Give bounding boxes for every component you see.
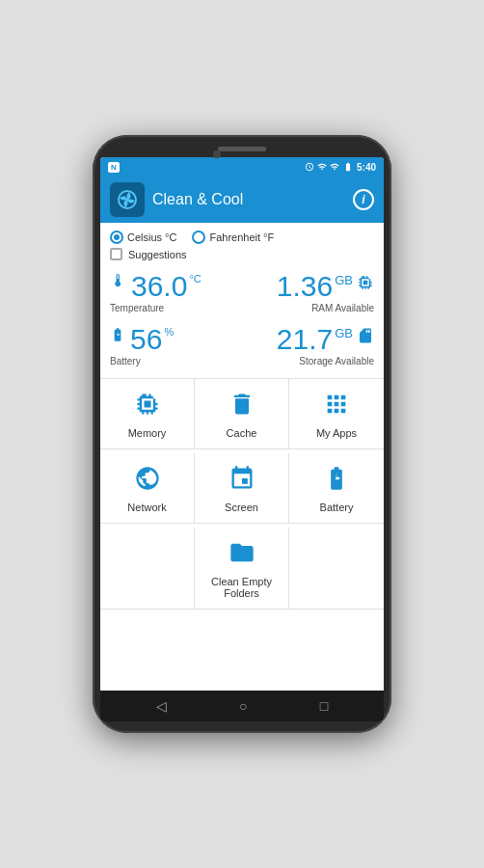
celsius-label: Celsius °C	[127, 231, 176, 243]
screen-feature[interactable]: Screen	[195, 453, 289, 524]
myapps-feature[interactable]: My Apps	[289, 379, 384, 449]
myapps-icon	[323, 391, 350, 421]
notification-icon: N	[108, 162, 120, 173]
app-bar: Clean & Cool i	[100, 176, 384, 223]
stats-grid: 🌡 36.0 °C Temperature 1.36 GB	[110, 268, 374, 370]
battery-feature[interactable]: Battery	[289, 453, 384, 524]
temperature-unit-row: Celsius °C Fahrenheit °F	[110, 231, 374, 244]
signal-icon	[330, 162, 339, 172]
battery-bolt-icon	[110, 325, 125, 344]
myapps-label: My Apps	[316, 427, 357, 439]
storage-label: Storage Available	[244, 356, 374, 366]
phone-screen: N 5:40	[100, 157, 384, 721]
status-bar: N 5:40	[100, 157, 384, 176]
battery-feature-label: Battery	[320, 502, 354, 513]
cache-icon	[229, 391, 255, 421]
suggestions-row[interactable]: Suggestions	[110, 248, 374, 260]
back-button[interactable]: ◁	[156, 698, 167, 714]
ram-stat: 1.36 GB RAM Available	[244, 268, 374, 317]
battery-stat: 56 % Battery	[110, 321, 240, 370]
celsius-option[interactable]: Celsius °C	[110, 231, 176, 244]
cache-label: Cache	[227, 427, 257, 439]
phone-frame: N 5:40	[93, 135, 391, 733]
feature-grid-row2: Network Screen	[100, 453, 384, 524]
suggestions-label: Suggestions	[128, 249, 187, 260]
wifi-icon	[317, 162, 327, 172]
network-icon	[134, 465, 161, 496]
feature-grid-row1: Memory Cache	[100, 378, 384, 449]
home-button[interactable]: ○	[239, 698, 247, 714]
cleanfolders-label: Clean Empty Folders	[201, 576, 282, 599]
storage-value: 21.7 GB	[244, 325, 374, 354]
memory-feature[interactable]: Memory	[100, 379, 195, 449]
network-feature[interactable]: Network	[100, 453, 195, 524]
suggestions-checkbox[interactable]	[110, 248, 122, 260]
feature-grid-row3: Clean Empty Folders	[100, 528, 384, 610]
status-time: 5:40	[357, 162, 376, 173]
temperature-stat: 🌡 36.0 °C Temperature	[110, 268, 240, 317]
battery-feature-icon	[323, 465, 350, 496]
storage-stat: 21.7 GB Storage Available	[244, 321, 374, 370]
screen-icon	[229, 465, 255, 496]
ram-label: RAM Available	[244, 303, 374, 313]
temperature-value: 🌡 36.0 °C	[110, 272, 240, 301]
status-right: 5:40	[305, 162, 376, 173]
app-title: Clean & Cool	[152, 191, 345, 208]
temperature-label: Temperature	[110, 303, 240, 313]
celsius-radio[interactable]	[110, 231, 123, 244]
status-left: N	[108, 162, 120, 173]
empty-left	[100, 528, 195, 610]
memory-icon	[134, 391, 161, 421]
battery-value: 56 %	[110, 325, 240, 354]
fahrenheit-radio[interactable]	[192, 231, 205, 244]
memory-label: Memory	[128, 427, 167, 439]
svg-point-1	[125, 198, 129, 202]
battery-label: Battery	[110, 356, 240, 366]
fahrenheit-label: Fahrenheit °F	[209, 231, 274, 243]
ram-value: 1.36 GB	[244, 272, 374, 301]
phone-speaker	[218, 147, 266, 151]
cleanfolders-feature[interactable]: Clean Empty Folders	[195, 528, 289, 610]
cache-feature[interactable]: Cache	[195, 379, 289, 449]
screen-label: Screen	[225, 502, 258, 513]
empty-right	[289, 528, 384, 610]
content-area: Celsius °C Fahrenheit °F Suggestions 🌡	[100, 223, 384, 691]
recent-button[interactable]: □	[320, 698, 328, 714]
app-icon	[110, 182, 145, 217]
network-label: Network	[127, 502, 166, 513]
thermometer-icon: 🌡	[110, 272, 127, 289]
sdcard-icon	[357, 327, 374, 344]
info-button[interactable]: i	[353, 189, 374, 210]
cleanfolders-icon	[229, 539, 255, 570]
phone-camera	[213, 150, 221, 158]
alarm-icon	[305, 162, 314, 172]
fahrenheit-option[interactable]: Fahrenheit °F	[192, 231, 274, 244]
chip-icon	[357, 274, 374, 291]
battery-icon	[342, 162, 354, 172]
nav-bar: ◁ ○ □	[100, 691, 384, 721]
